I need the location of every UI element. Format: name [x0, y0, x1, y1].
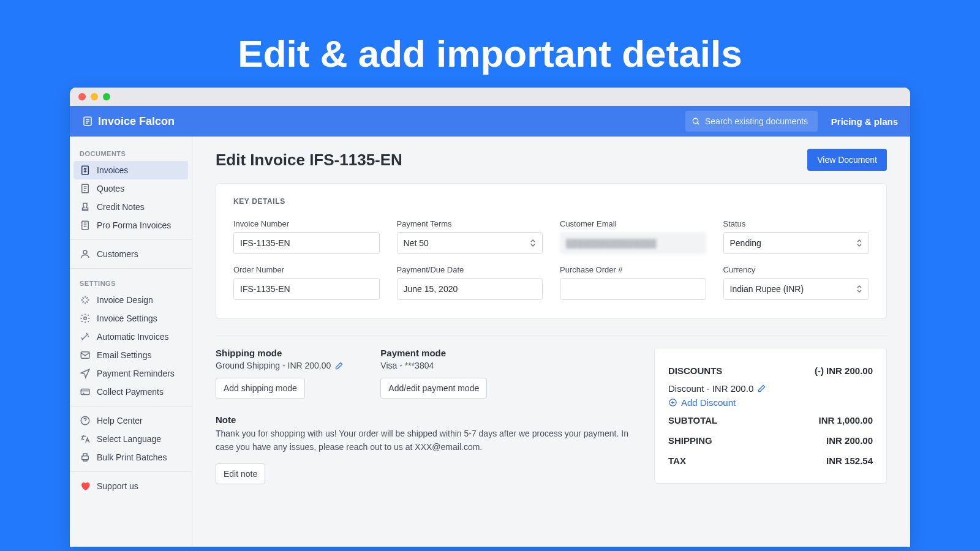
document-icon — [82, 116, 93, 127]
edit-note-button[interactable]: Edit note — [216, 463, 265, 484]
note-label: Note — [216, 414, 630, 425]
discounts-label: DISCOUNTS — [668, 365, 722, 376]
subtotal-value: INR 1,000.00 — [819, 415, 873, 425]
sidebar-item-label: Credit Notes — [97, 202, 145, 212]
main-content: Edit Invoice IFS-1135-EN View Document K… — [192, 137, 910, 547]
customer-email-label: Customer Email — [560, 219, 706, 228]
currency-select[interactable]: Indian Rupee (INR) — [723, 278, 870, 300]
payment-terms-select[interactable]: Net 50 — [397, 232, 543, 254]
sidebar-item-label: Automatic Invoices — [97, 332, 169, 342]
updown-icon — [856, 238, 862, 248]
page-title: Edit Invoice IFS-1135-EN — [216, 151, 402, 170]
sidebar: DOCUMENTS Invoices Quotes Credit Notes P… — [70, 137, 192, 547]
list-icon — [80, 220, 91, 231]
card-title: KEY DETAILS — [233, 197, 869, 206]
shipping-mode-value: Ground Shipping - INR 200.00 — [216, 361, 331, 370]
svg-rect-8 — [81, 389, 89, 395]
key-details-card: KEY DETAILS Invoice Number Payment Terms… — [216, 183, 887, 319]
edit-icon[interactable] — [757, 384, 766, 393]
minimize-traffic-light[interactable] — [91, 93, 98, 100]
sidebar-item-email[interactable]: Email Settings — [70, 346, 192, 364]
invoice-number-input[interactable] — [233, 232, 380, 254]
sidebar-item-bulk-print[interactable]: Bulk Print Batches — [70, 448, 192, 467]
sidebar-item-label: Bulk Print Batches — [97, 452, 167, 462]
discount-line: Discount - INR 200.0 — [668, 383, 753, 394]
app-window: Invoice Falcon Pricing & plans DOCUMENTS… — [70, 88, 910, 547]
hero-title: Edit & add important details — [0, 0, 980, 88]
subtotal-label: SUBTOTAL — [668, 415, 717, 425]
edit-icon[interactable] — [334, 361, 344, 370]
sidebar-item-invoices[interactable]: Invoices — [74, 161, 188, 179]
currency-label: Currency — [723, 265, 870, 274]
search-box[interactable] — [685, 111, 818, 132]
payment-mode-value: Visa - ***3804 — [380, 361, 434, 370]
due-date-label: Payment/Due Date — [397, 265, 543, 274]
shipping-value: INR 200.00 — [826, 435, 873, 446]
pricing-link[interactable]: Pricing & plans — [831, 116, 898, 127]
sidebar-item-automatic[interactable]: Automatic Invoices — [70, 328, 192, 346]
sidebar-item-label: Pro Forma Invoices — [97, 220, 171, 230]
topbar: Invoice Falcon Pricing & plans — [70, 106, 910, 137]
due-date-input[interactable] — [397, 278, 543, 300]
close-traffic-light[interactable] — [78, 93, 86, 100]
po-input[interactable] — [560, 278, 706, 300]
page-icon — [80, 183, 91, 194]
sidebar-item-design[interactable]: Invoice Design — [70, 291, 192, 309]
shipping-mode-label: Shipping mode — [216, 348, 344, 358]
language-icon — [80, 433, 91, 444]
sparkle-icon — [80, 294, 91, 305]
add-shipping-button[interactable]: Add shipping mode — [216, 378, 305, 399]
brand-name: Invoice Falcon — [98, 115, 175, 128]
sidebar-item-collect[interactable]: Collect Payments — [70, 383, 192, 401]
sidebar-item-label: Quotes — [97, 184, 124, 193]
card-icon — [80, 386, 91, 397]
sidebar-item-customers[interactable]: Customers — [70, 245, 192, 263]
sidebar-item-label: Support us — [97, 481, 138, 491]
status-label: Status — [723, 219, 870, 228]
po-label: Purchase Order # — [560, 265, 706, 274]
customer-email-blurred: ████████████████ — [560, 232, 706, 254]
order-number-input[interactable] — [233, 278, 380, 300]
order-number-label: Order Number — [233, 265, 380, 274]
plus-circle-icon — [668, 398, 677, 407]
sidebar-item-credit-notes[interactable]: Credit Notes — [70, 198, 192, 216]
sidebar-item-label: Invoices — [97, 165, 128, 175]
search-input[interactable] — [705, 116, 812, 126]
sidebar-item-reminders[interactable]: Payment Reminders — [70, 364, 192, 383]
sidebar-item-support[interactable]: Support us — [70, 477, 192, 495]
svg-point-6 — [84, 317, 87, 320]
sidebar-item-settings[interactable]: Invoice Settings — [70, 309, 192, 328]
stamp-icon — [80, 201, 91, 212]
sidebar-item-help[interactable]: Help Center — [70, 411, 192, 430]
view-document-button[interactable]: View Document — [807, 149, 887, 171]
sidebar-item-label: Payment Reminders — [97, 369, 175, 378]
add-discount-label: Add Discount — [681, 397, 736, 408]
mail-icon — [80, 350, 91, 361]
sidebar-settings-label: SETTINGS — [70, 274, 192, 291]
invoice-number-label: Invoice Number — [233, 219, 380, 228]
printer-icon — [80, 452, 91, 463]
add-discount-button[interactable]: Add Discount — [668, 397, 873, 410]
sidebar-item-language[interactable]: Select Language — [70, 430, 192, 448]
shipping-label: SHIPPING — [668, 435, 712, 446]
summary-card: DISCOUNTS (-) INR 200.00 Discount - INR … — [654, 348, 887, 484]
fullscreen-traffic-light[interactable] — [103, 93, 110, 100]
svg-point-1 — [693, 118, 698, 123]
wand-icon — [80, 331, 91, 342]
discounts-value: (-) INR 200.00 — [815, 365, 873, 376]
mac-titlebar — [70, 88, 910, 106]
sidebar-item-label: Help Center — [97, 416, 143, 425]
search-icon — [692, 116, 700, 126]
updown-icon — [856, 284, 862, 294]
status-select[interactable]: Pending — [723, 232, 870, 254]
sidebar-documents-label: DOCUMENTS — [70, 144, 192, 161]
sidebar-item-label: Select Language — [97, 434, 161, 444]
invoice-icon — [80, 165, 91, 176]
tax-label: TAX — [668, 455, 686, 466]
note-text: Thank you for shopping with us! Your ord… — [216, 427, 630, 454]
person-icon — [80, 249, 91, 260]
heart-icon — [80, 481, 91, 492]
edit-payment-button[interactable]: Add/edit payment mode — [380, 378, 487, 399]
sidebar-item-quotes[interactable]: Quotes — [70, 179, 192, 198]
sidebar-item-proforma[interactable]: Pro Forma Invoices — [70, 216, 192, 234]
